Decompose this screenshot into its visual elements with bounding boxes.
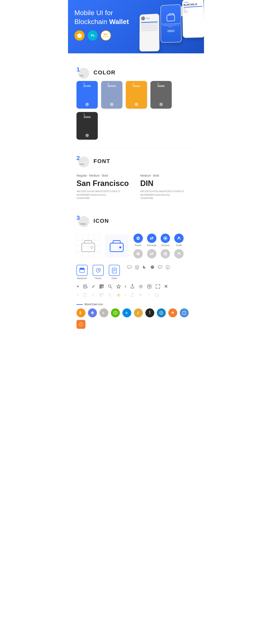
icon-assets-gray: [134, 249, 143, 258]
color-swatch-gray: #666666: [150, 81, 172, 108]
svg-point-47: [140, 286, 142, 287]
font-title: FONT: [94, 158, 110, 164]
icon-section-header: 3 THREE ICON: [76, 214, 196, 227]
svg-rect-38: [102, 285, 103, 286]
icon-blue-wallet: [105, 234, 128, 258]
section-3-number: 3 THREE: [76, 214, 89, 227]
icon-main-row: Assets Exchange Discover: [76, 234, 196, 258]
svg-text:Ł: Ł: [103, 311, 104, 314]
action-icons-row-2: + ✓ ‹ ✕: [76, 292, 196, 298]
icon-exchange-blue: Exchange: [147, 234, 156, 246]
share-icon-gray: [130, 293, 135, 297]
font-din: Medium ' Bold DIN ABCDEFGHIJKLMNOPQRSTUV…: [140, 174, 196, 199]
crypto-stratis-icon: [157, 308, 166, 317]
svg-text:Z: Z: [137, 311, 139, 314]
resize-icon: [156, 284, 160, 289]
info-icon-gray: [155, 293, 160, 297]
svg-point-27: [168, 266, 168, 266]
hero-section: Mobile UI for Blockchain Wallet UI Kit P…: [68, 0, 204, 53]
moon-icon: [142, 265, 147, 270]
comment-icon: [127, 265, 132, 270]
icon-discover-blue: Discover: [161, 234, 170, 246]
upload-icon: [147, 284, 152, 289]
small-icons-group: [127, 265, 170, 270]
svg-rect-37: [100, 285, 101, 286]
color-title: COLOR: [94, 69, 116, 76]
icon-management: Mangment: [76, 265, 88, 280]
font-grid: Regular ' Medium ' Bold San Francisco AB…: [76, 174, 196, 199]
svg-point-45: [108, 285, 111, 287]
qr-icon-gray: [99, 293, 104, 297]
color-swatch-gray-blue: #8DA0C8: [101, 81, 122, 108]
crypto-augur-icon: [168, 308, 177, 317]
action-icons-row-1: + ✓ ‹ ✕: [76, 284, 196, 289]
svg-point-20: [151, 266, 154, 269]
svg-rect-55: [100, 295, 101, 297]
x-icon-gray: ✕: [138, 292, 142, 298]
svg-point-8: [164, 253, 166, 254]
chevron-left-icon-gray: ‹: [125, 292, 126, 298]
crypto-btc-icon: ₿: [76, 308, 86, 317]
svg-point-5: [164, 238, 166, 239]
color-swatches-container: #3574FA #8DA0C8 #F5A623 #666666 #303030: [76, 81, 196, 140]
crypto-iota-icon: [145, 308, 154, 317]
svg-rect-54: [102, 293, 104, 295]
plus-icon: +: [76, 284, 79, 289]
search-icon: [108, 284, 112, 289]
crypto-zcash-icon: Z: [134, 308, 143, 317]
icon-wireframe-1: [76, 234, 100, 258]
svg-point-4: [138, 238, 139, 239]
icon-row-top: Assets Exchange Discover: [134, 234, 196, 246]
blockchain-line: [76, 304, 83, 305]
hero-title: Mobile UI for Blockchain Wallet: [74, 8, 142, 26]
svg-marker-70: [160, 312, 162, 314]
svg-text:D: D: [126, 312, 128, 314]
icon-group-colored: Assets Exchange Discover: [134, 234, 196, 258]
icon-row-bottom-gray: [134, 249, 196, 258]
icon-order: Order: [109, 265, 120, 280]
svg-point-3: [119, 246, 121, 248]
icon-history: History: [93, 265, 104, 280]
font-san-francisco: Regular ' Medium ' Bold San Francisco AB…: [76, 174, 132, 199]
icon-profile-blue: Profile: [174, 234, 184, 246]
svg-point-56: [108, 293, 111, 296]
font-section-header: 2 TWO FONT: [76, 155, 196, 168]
info-icon: [165, 265, 170, 270]
icon-exchange-gray: [147, 249, 156, 258]
color-swatch-blue: #3574FA: [76, 81, 98, 108]
chevron-left-icon: ‹: [125, 284, 126, 289]
check-icon-gray: ✓: [92, 292, 96, 298]
svg-line-57: [111, 296, 112, 297]
main-content: 1 ONE COLOR #3574FA #8DA0C8 #F5A623 #666…: [68, 53, 204, 344]
svg-rect-53: [100, 293, 101, 295]
icon-assets-blue: Assets: [134, 234, 143, 246]
share-icon: [130, 284, 135, 289]
svg-rect-39: [100, 287, 101, 288]
layers-icon: [135, 265, 140, 270]
crypto-poly-icon: [180, 308, 189, 317]
star-icon-gold: [116, 293, 121, 297]
list-plus-icon-gray: [83, 293, 88, 297]
svg-point-67: [150, 311, 150, 312]
qr-icon: [99, 284, 104, 289]
phone-mockups: Profile Character may be maximized in th…: [140, 3, 204, 52]
svg-point-60: [157, 294, 157, 294]
close-icon: ✕: [164, 284, 168, 289]
svg-rect-15: [112, 268, 116, 273]
svg-marker-64: [114, 312, 117, 314]
svg-point-23: [160, 266, 160, 267]
section-2-number: 2 TWO: [76, 155, 89, 168]
star-icon: [116, 284, 121, 289]
chevron-right-icon-gray: [146, 293, 151, 297]
crypto-neo-icon: [111, 308, 120, 317]
icon-bottom-row: Mangment History: [76, 265, 196, 280]
crypto-ltc-icon: Ł: [100, 308, 108, 317]
circle-icon: [150, 265, 155, 270]
ps-badge: Ps: [88, 30, 98, 40]
chat-icon: [158, 265, 162, 270]
section-1-number: 1 ONE: [76, 66, 89, 79]
list-plus-icon: [83, 284, 88, 289]
crypto-eth-icon: [88, 308, 97, 317]
icon-title: ICON: [94, 218, 109, 224]
svg-point-22: [159, 266, 160, 267]
